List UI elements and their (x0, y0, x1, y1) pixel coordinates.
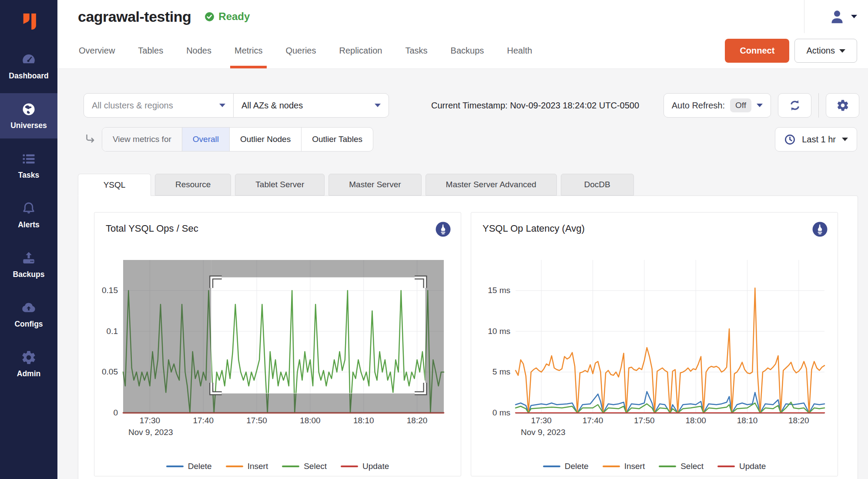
yugabyte-logo[interactable] (0, 0, 57, 44)
status-label: Ready (218, 10, 250, 23)
legend-insert[interactable]: Insert (226, 462, 268, 471)
cloud-icon (21, 300, 37, 316)
current-timestamp: Current Timestamp: Nov-09-2023 18:24:02 … (431, 101, 639, 111)
metrics-panel: Total YSQL Ops / Sec 17:3017:4017:5018:0… (78, 196, 858, 479)
metrics-settings-button[interactable] (826, 93, 859, 118)
actions-button[interactable]: Actions (794, 39, 857, 63)
sidebar-item-configs[interactable]: Configs (0, 292, 57, 337)
tab-tables[interactable]: Tables (137, 33, 164, 68)
tab-tasks[interactable]: Tasks (404, 33, 428, 68)
tab-replication[interactable]: Replication (338, 33, 383, 68)
svg-text:Nov 9, 2023: Nov 9, 2023 (128, 428, 173, 437)
svg-text:17:50: 17:50 (246, 416, 267, 425)
globe-icon (21, 101, 37, 117)
gear-icon (836, 99, 849, 112)
svg-text:17:40: 17:40 (583, 416, 603, 425)
sidebar-item-label: Configs (14, 320, 43, 329)
legend-delete[interactable]: Delete (166, 462, 212, 471)
ysql-ops-chart[interactable]: 17:3017:4017:5018:0018:1018:2000.050.10.… (94, 243, 462, 448)
app-root: Dashboard Universes Tasks (0, 0, 868, 479)
sidebar-item-backups[interactable]: Backups (0, 242, 57, 287)
chevron-down-icon (842, 138, 848, 141)
sidebar-item-label: Dashboard (9, 71, 48, 81)
view-metrics-segmented-control: View metrics for Overall Outlier Nodes O… (102, 127, 373, 152)
sidebar-item-admin[interactable]: Admin (0, 341, 57, 387)
chevron-down-icon (757, 104, 763, 107)
svg-text:18:20: 18:20 (788, 416, 809, 425)
user-menu[interactable] (804, 0, 857, 33)
legend-swatch (341, 466, 358, 467)
sidebar-item-label: Alerts (18, 220, 40, 229)
universe-tabs: Overview Tables Nodes Metrics Queries Re… (78, 33, 533, 68)
toolbar-divider (818, 93, 819, 118)
chart-title: YSQL Op Latency (Avg) (483, 223, 585, 234)
chart-legend: Delete Insert Select Update (471, 462, 838, 471)
tab-backups[interactable]: Backups (450, 33, 485, 68)
svg-text:15 ms: 15 ms (488, 286, 510, 295)
view-option-outlier-nodes[interactable]: Outlier Nodes (229, 128, 301, 151)
user-icon (828, 8, 846, 25)
metric-tab-master-server-advanced[interactable]: Master Server Advanced (426, 174, 557, 196)
chevron-down-icon (839, 49, 845, 53)
tab-queries[interactable]: Queries (285, 33, 317, 68)
svg-text:18:00: 18:00 (685, 416, 706, 425)
refresh-icon (788, 99, 801, 112)
time-range-dropdown[interactable]: Last 1 hr (775, 127, 857, 152)
svg-text:17:40: 17:40 (193, 416, 214, 425)
chart-legend: Delete Insert Select Update (94, 462, 461, 471)
metric-tab-master-server[interactable]: Master Server (328, 174, 421, 196)
sidebar-item-label: Tasks (18, 171, 39, 180)
chevron-down-icon (851, 15, 857, 18)
svg-text:10 ms: 10 ms (488, 327, 510, 336)
topbar: cagrawal-testing Ready (57, 0, 868, 69)
auto-refresh-dropdown[interactable]: Auto Refresh: Off (664, 93, 771, 118)
metric-tab-tablet-server[interactable]: Tablet Server (235, 174, 325, 196)
clock-icon (784, 134, 796, 145)
metric-tab-resource[interactable]: Resource (155, 174, 231, 196)
legend-update[interactable]: Update (341, 462, 389, 471)
sidebar-item-universes[interactable]: Universes (0, 93, 57, 138)
cluster-region-filter[interactable]: All clusters & regions (84, 93, 234, 118)
sidebar: Dashboard Universes Tasks (0, 0, 57, 479)
yugabyte-logo-icon (17, 10, 40, 34)
svg-text:5 ms: 5 ms (493, 367, 510, 376)
legend-swatch (659, 466, 676, 467)
tab-nodes[interactable]: Nodes (185, 33, 212, 68)
connect-button[interactable]: Connect (725, 39, 789, 63)
time-range-value: Last 1 hr (802, 135, 836, 145)
prometheus-icon[interactable] (812, 221, 828, 239)
legend-select[interactable]: Select (659, 462, 704, 471)
tab-overview[interactable]: Overview (78, 33, 116, 68)
check-circle-icon (204, 11, 215, 22)
view-option-overall[interactable]: Overall (182, 128, 229, 151)
svg-text:Nov 9, 2023: Nov 9, 2023 (521, 428, 565, 437)
az-node-filter-value: All AZs & nodes (241, 101, 303, 111)
ysql-latency-chart[interactable]: 17:3017:4017:5018:0018:1018:200 ms5 ms10… (471, 243, 838, 448)
legend-delete[interactable]: Delete (543, 462, 589, 471)
svg-text:18:10: 18:10 (737, 416, 758, 425)
metric-tab-ysql[interactable]: YSQL (78, 174, 151, 196)
bell-icon (21, 201, 37, 216)
prometheus-icon[interactable] (435, 221, 451, 239)
gear-icon (21, 350, 37, 365)
metric-category-tabs: YSQL Resource Tablet Server Master Serve… (78, 174, 868, 196)
tab-metrics[interactable]: Metrics (234, 33, 263, 68)
legend-update[interactable]: Update (717, 462, 766, 471)
sidebar-item-alerts[interactable]: Alerts (0, 192, 57, 238)
legend-swatch (543, 466, 560, 467)
view-option-outlier-tables[interactable]: Outlier Tables (301, 128, 373, 151)
az-node-filter[interactable]: All AZs & nodes (233, 93, 389, 118)
sidebar-item-tasks[interactable]: Tasks (0, 143, 57, 188)
svg-text:0.1: 0.1 (107, 327, 118, 336)
metrics-content: All clusters & regions All AZs & nodes C… (57, 69, 868, 479)
metric-tab-docdb[interactable]: DocDB (561, 174, 634, 196)
dashboard-icon (21, 52, 37, 67)
sidebar-item-dashboard[interactable]: Dashboard (0, 44, 57, 89)
sidebar-item-label: Admin (17, 369, 40, 378)
legend-select[interactable]: Select (282, 462, 327, 471)
refresh-button[interactable] (778, 93, 811, 118)
svg-text:17:30: 17:30 (531, 416, 552, 425)
legend-insert[interactable]: Insert (603, 462, 645, 471)
page-title: cagrawal-testing (78, 8, 191, 25)
tab-health[interactable]: Health (506, 33, 533, 68)
